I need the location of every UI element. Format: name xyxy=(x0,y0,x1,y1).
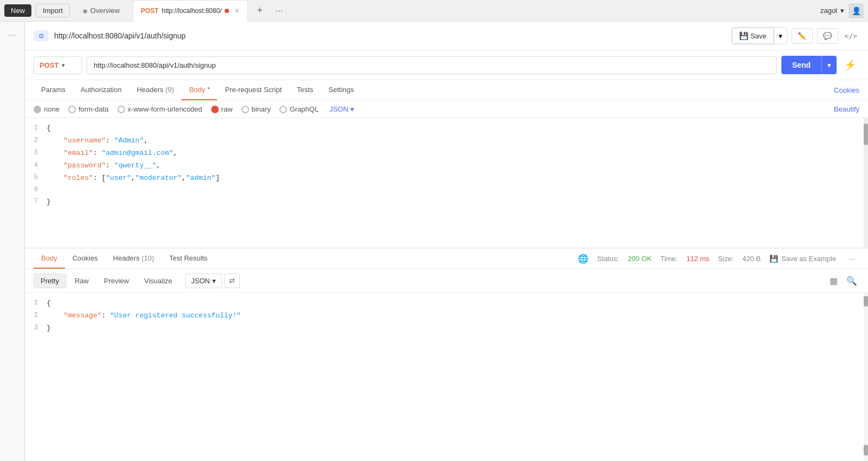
send-button-group: Send ▾ xyxy=(781,56,837,74)
response-action-buttons: ▦ 🔍 xyxy=(827,274,859,288)
time-label: Time: xyxy=(660,255,677,263)
body-type-none[interactable]: none xyxy=(34,105,60,113)
body-type-raw[interactable]: raw xyxy=(211,105,233,113)
body-type-bar: none form-data x-www-form-urlencoded raw… xyxy=(25,101,868,118)
pretty-button[interactable]: Pretty xyxy=(34,274,66,288)
tab-params[interactable]: Params xyxy=(34,80,73,100)
headers-badge: (9) xyxy=(165,86,174,94)
radio-binary xyxy=(242,106,249,113)
size-value: 420 B xyxy=(742,255,761,263)
copy-response-button[interactable]: ▦ xyxy=(827,274,840,288)
editor-scrollbar-thumb xyxy=(864,124,868,145)
sidebar-more-icon[interactable]: ··· xyxy=(5,27,19,43)
response-scrollbar-bottom xyxy=(864,411,868,461)
raw-button[interactable]: Raw xyxy=(68,274,95,288)
radio-raw xyxy=(211,106,219,113)
close-tab-icon[interactable]: ✕ xyxy=(234,7,240,15)
tab-more-button[interactable]: ··· xyxy=(271,6,287,16)
radio-none xyxy=(34,106,41,113)
tab-body[interactable]: Body ● xyxy=(181,80,217,100)
code-button[interactable]: </> xyxy=(843,30,859,42)
url-bar-header: ⊡ http://localhost:8080/api/v1/auth/sign… xyxy=(25,22,868,50)
edit-button[interactable]: ✏️ xyxy=(792,28,813,44)
response-tab-test-results[interactable]: Test Results xyxy=(162,249,216,269)
code-line-2: 2 "username": "Admin", xyxy=(25,135,868,147)
save-icon: 💾 xyxy=(769,255,778,263)
request-body-editor[interactable]: 1 { 2 "username": "Admin", 3 "email": "a… xyxy=(25,118,868,248)
visualize-button[interactable]: Visualize xyxy=(138,274,179,288)
new-button[interactable]: New xyxy=(4,4,31,17)
import-button[interactable]: Import xyxy=(36,4,70,17)
wrap-icon: ⇄ xyxy=(229,277,235,285)
status-label: Status: xyxy=(597,255,619,263)
json-format-chevron-icon: ▾ xyxy=(350,105,354,113)
top-bar: New Import ⎈ Overview POST http://localh… xyxy=(0,0,868,22)
body-type-graphql[interactable]: GraphQL xyxy=(279,105,318,113)
send-dropdown-button[interactable]: ▾ xyxy=(821,56,837,74)
radio-graphql xyxy=(279,106,287,113)
size-label: Size: xyxy=(718,255,734,263)
body-type-urlencoded[interactable]: x-www-form-urlencoded xyxy=(118,105,203,113)
content-area: ⊡ http://localhost:8080/api/v1/auth/sign… xyxy=(25,22,868,461)
request-tabs-bar: Params Authorization Headers (9) Body ● … xyxy=(25,80,868,101)
request-tab-url: http://localhost:8080/ xyxy=(162,7,222,15)
header-actions: 💾 Save ▾ ✏️ 💬 </> xyxy=(732,27,859,44)
response-tab-headers[interactable]: Headers (10) xyxy=(106,249,162,269)
response-meta: 🌐 Status: 200 OK Time: 112 ms Size: 420 … xyxy=(578,252,859,265)
save-button-group: 💾 Save ▾ xyxy=(732,27,787,44)
workspace-label: zagol xyxy=(820,7,837,15)
save-icon: 💾 xyxy=(739,31,748,40)
save-button[interactable]: 💾 Save xyxy=(732,28,774,44)
resp-code-line-3: 3 } xyxy=(25,322,868,335)
code-line-3: 3 "email": "admin@gmail.com", xyxy=(25,147,868,160)
code-line-5: 5 "roles": ["user","moderator","admin"] xyxy=(25,172,868,185)
add-tab-button[interactable]: + xyxy=(252,5,267,16)
save-dropdown-button[interactable]: ▾ xyxy=(774,28,787,44)
body-dot: ● xyxy=(207,86,210,90)
magic-button[interactable]: ⚡ xyxy=(841,56,859,74)
wrap-lines-button[interactable]: ⇄ xyxy=(224,274,240,288)
url-input[interactable] xyxy=(87,56,777,74)
json-select-chevron-icon: ▾ xyxy=(212,277,216,285)
beautify-button[interactable]: Beautify xyxy=(834,105,859,113)
tab-pre-request[interactable]: Pre-request Script xyxy=(217,80,289,100)
save-example-button[interactable]: 💾 Save as Example xyxy=(769,255,836,263)
response-scrollbar-thumb xyxy=(864,296,868,307)
response-section: Body Cookies Headers (10) Test Results 🌐… xyxy=(25,248,868,461)
tab-settings[interactable]: Settings xyxy=(321,80,362,100)
preview-button[interactable]: Preview xyxy=(97,274,135,288)
status-value: 200 OK xyxy=(628,255,651,263)
editor-scrollbar[interactable] xyxy=(864,118,868,248)
json-format-select[interactable]: JSON ▾ xyxy=(329,105,354,113)
main-layout: ··· ⊡ http://localhost:8080/api/v1/auth/… xyxy=(0,22,868,461)
cookies-button[interactable]: Cookies xyxy=(834,86,859,94)
body-type-binary[interactable]: binary xyxy=(242,105,271,113)
resp-code-line-2: 2 "message": "User registered successful… xyxy=(25,310,868,322)
response-json-select[interactable]: JSON ▾ xyxy=(185,274,222,288)
time-value: 112 ms xyxy=(686,255,709,263)
response-more-icon[interactable]: ··· xyxy=(845,252,859,265)
code-line-1: 1 { xyxy=(25,122,868,135)
request-tab[interactable]: POST http://localhost:8080/ ✕ xyxy=(133,0,248,22)
tab-headers[interactable]: Headers (9) xyxy=(129,80,182,100)
tab-tests[interactable]: Tests xyxy=(289,80,321,100)
globe-icon: 🌐 xyxy=(578,254,589,264)
request-url-title: http://localhost:8080/api/v1/auth/signup xyxy=(54,31,726,40)
body-type-form-data[interactable]: form-data xyxy=(68,105,109,113)
radio-urlencoded xyxy=(118,106,125,113)
request-line: POST ▾ Send ▾ ⚡ xyxy=(25,50,868,80)
request-tab-method: POST xyxy=(141,7,159,15)
overview-tab[interactable]: ⎈ Overview xyxy=(74,0,128,22)
method-label: POST xyxy=(40,61,58,69)
profile-icon[interactable]: 👤 xyxy=(849,3,864,18)
search-response-button[interactable]: 🔍 xyxy=(844,274,859,288)
comment-button[interactable]: 💬 xyxy=(817,28,838,44)
send-button[interactable]: Send xyxy=(781,56,821,74)
method-select[interactable]: POST ▾ xyxy=(34,56,82,74)
code-line-7: 7 } xyxy=(25,196,868,209)
response-tab-cookies[interactable]: Cookies xyxy=(65,249,106,269)
tab-authorization[interactable]: Authorization xyxy=(73,80,129,100)
response-tab-body[interactable]: Body xyxy=(34,249,65,269)
radio-form-data xyxy=(68,106,76,113)
workspace-selector[interactable]: zagol ▾ xyxy=(820,7,844,15)
